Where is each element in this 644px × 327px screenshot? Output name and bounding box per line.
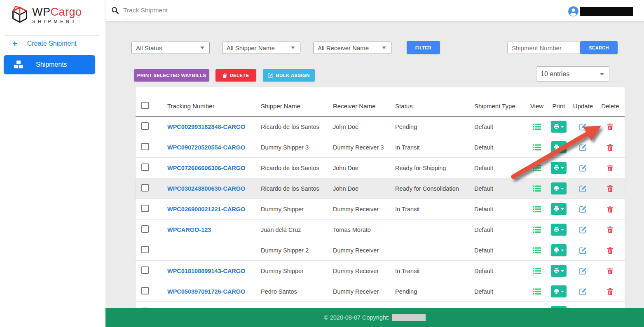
user-avatar-icon[interactable] (568, 6, 579, 17)
delete-button[interactable] (607, 144, 613, 151)
row-checkbox[interactable] (141, 225, 149, 233)
tracking-link[interactable]: WPC018108899143-CARGO (167, 268, 245, 274)
status-filter-select[interactable]: All Status (131, 42, 210, 54)
topbar (105, 0, 644, 21)
shipper-cell: Dummy Shipper (261, 268, 333, 274)
filter-button[interactable]: FILTER (407, 41, 440, 54)
receiver-cell: John Doe (333, 124, 395, 130)
tracking-link[interactable]: WPC090720520554-CARGO (167, 144, 245, 151)
update-button[interactable] (579, 288, 587, 295)
bulk-assign-button[interactable]: BULK ASSIGN (263, 69, 315, 82)
table-row: WPC026900021221-CARGO Dummy Shipper Dumm… (136, 199, 625, 220)
tracking-link[interactable]: WPC050397091726-CARGO (167, 288, 245, 295)
delete-button[interactable] (607, 124, 613, 130)
track-shipment-input[interactable] (122, 5, 319, 19)
edit-icon (579, 185, 587, 192)
print-button[interactable] (551, 203, 567, 215)
cube-logo-icon (10, 5, 30, 25)
view-button[interactable] (533, 227, 541, 233)
header-receiver-name: Receiver Name (333, 103, 395, 110)
table-row: WPC018108899143-CARGO Dummy Shipper Dumm… (136, 261, 625, 281)
update-button[interactable] (579, 247, 587, 254)
row-checkbox[interactable] (141, 184, 149, 192)
printer-icon (554, 206, 559, 212)
view-button[interactable] (533, 124, 541, 130)
delete-selected-button[interactable]: DELETE (215, 69, 256, 82)
delete-button[interactable] (607, 288, 613, 295)
update-button[interactable] (579, 123, 587, 131)
list-icon (533, 268, 541, 274)
print-button[interactable] (551, 244, 567, 256)
shipper-cell: Dummy Shipper 3 (261, 144, 333, 151)
status-cell: Pending (395, 124, 474, 130)
receiver-filter-select[interactable]: All Receiver Name (313, 42, 391, 54)
print-button[interactable] (551, 285, 567, 297)
trash-icon (607, 227, 613, 233)
shipment-number-input[interactable] (507, 42, 580, 54)
table-row: WPC030243800630-CARGO Ricardo de los San… (136, 178, 625, 199)
select-all-checkbox[interactable] (141, 102, 149, 109)
search-button[interactable]: SEARCH (580, 41, 618, 54)
delete-button[interactable] (607, 247, 613, 254)
row-checkbox[interactable] (141, 246, 149, 253)
delete-button[interactable] (607, 165, 613, 171)
row-checkbox[interactable] (141, 143, 149, 150)
sidebar: WPCargo SHIPMENT + Create Shipment Shipm… (0, 0, 105, 327)
row-checkbox[interactable] (141, 266, 149, 274)
delete-button[interactable] (607, 206, 613, 213)
trash-icon (607, 288, 613, 295)
tracking-link[interactable]: WPC072606606306-CARGO (167, 165, 245, 171)
print-button[interactable] (551, 265, 567, 277)
edit-icon (579, 206, 587, 213)
row-checkbox[interactable] (141, 287, 149, 294)
print-button[interactable] (551, 182, 567, 194)
table-row: WPC050397091726-CARGO Pedro Santos Dummy… (136, 281, 625, 302)
update-button[interactable] (579, 164, 587, 172)
chevron-down-icon (561, 126, 564, 128)
entries-select[interactable]: 10 entries (536, 66, 609, 82)
view-button[interactable] (533, 144, 541, 151)
printer-icon (554, 186, 559, 191)
trash-icon (222, 73, 227, 78)
update-button[interactable] (579, 226, 587, 234)
list-icon (533, 206, 541, 213)
receiver-cell: Tomas Morato (333, 227, 395, 233)
row-checkbox[interactable] (141, 205, 149, 212)
view-button[interactable] (533, 165, 541, 171)
update-button[interactable] (579, 144, 587, 151)
sidebar-item-shipments[interactable]: Shipments (4, 55, 95, 74)
update-button[interactable] (579, 206, 587, 213)
row-checkbox[interactable] (141, 122, 149, 130)
table-body: WPC002993182848-CARGO Ricardo de los San… (136, 117, 625, 310)
tracking-link[interactable]: WPC026900021221-CARGO (167, 206, 245, 213)
print-button[interactable] (551, 224, 567, 236)
tracking-link[interactable]: WPCARGO-123 (167, 227, 211, 233)
receiver-cell: John Doe (333, 165, 395, 171)
update-button[interactable] (579, 267, 587, 275)
delete-button[interactable] (607, 268, 613, 274)
type-cell: Default (474, 227, 527, 233)
print-button[interactable] (551, 141, 567, 153)
view-button[interactable] (533, 206, 541, 213)
edit-icon (579, 267, 587, 275)
edit-icon (579, 144, 587, 151)
view-button[interactable] (533, 268, 541, 274)
delete-button[interactable] (607, 227, 613, 233)
view-button[interactable] (533, 247, 541, 254)
chevron-down-icon (561, 250, 564, 251)
trash-icon (607, 144, 613, 151)
tracking-link[interactable]: WPC002993182848-CARGO (167, 124, 245, 130)
shipper-filter-select[interactable]: All Shipper Name (222, 42, 300, 54)
view-button[interactable] (533, 288, 541, 295)
view-button[interactable] (533, 185, 541, 192)
row-checkbox[interactable] (141, 164, 149, 171)
delete-button[interactable] (607, 185, 613, 192)
brand-subtitle: SHIPMENT (32, 19, 82, 24)
print-button[interactable] (551, 121, 567, 133)
print-button[interactable] (551, 162, 567, 174)
print-selected-waybills-button[interactable]: PRINT SELECTED WAYBILLS (134, 69, 209, 82)
update-button[interactable] (579, 185, 587, 192)
tracking-link[interactable]: WPC030243800630-CARGO (167, 185, 245, 192)
sidebar-item-create-shipment[interactable]: + Create Shipment (12, 40, 77, 48)
footer-redacted-name (392, 314, 426, 321)
